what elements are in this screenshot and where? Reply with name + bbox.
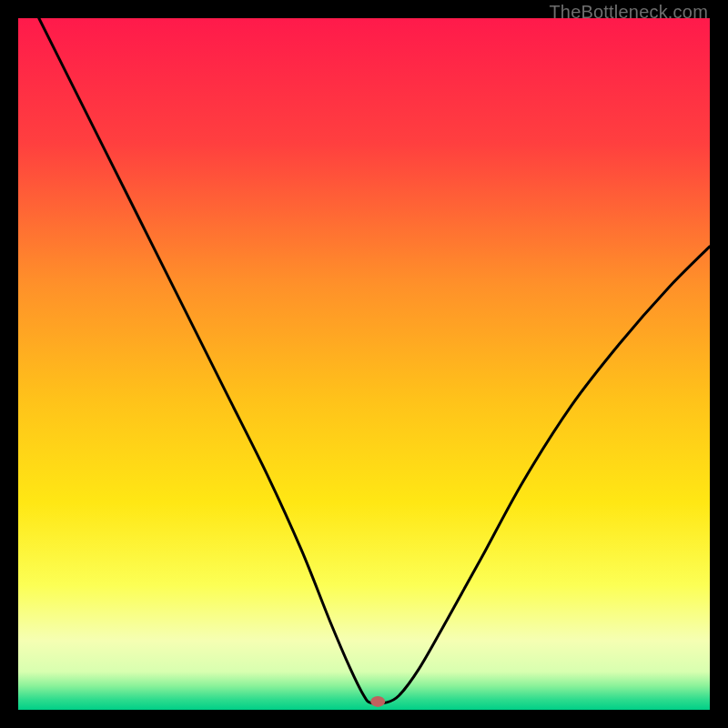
curve-layer bbox=[18, 18, 710, 710]
plot-area bbox=[18, 18, 710, 710]
minimum-marker bbox=[370, 696, 385, 707]
bottleneck-curve bbox=[39, 18, 710, 703]
chart-frame: TheBottleneck.com bbox=[0, 0, 728, 728]
watermark-text: TheBottleneck.com bbox=[549, 2, 708, 23]
